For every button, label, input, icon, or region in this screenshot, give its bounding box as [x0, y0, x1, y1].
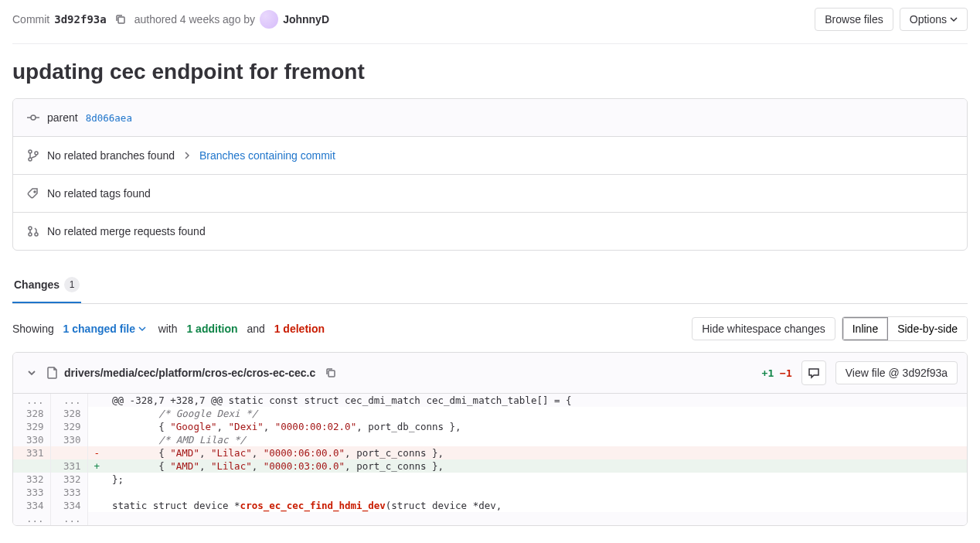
svg-point-7 — [34, 191, 36, 193]
comment-button[interactable] — [801, 360, 826, 385]
line-number-old[interactable]: 329 — [13, 420, 50, 433]
code-line[interactable]: static struct device *cros_ec_cec_find_h… — [106, 499, 966, 512]
hide-whitespace-button[interactable]: Hide whitespace changes — [692, 317, 835, 340]
tags-row: No related tags found — [13, 175, 967, 213]
line-number-new[interactable]: 334 — [50, 499, 87, 512]
diff-sign: + — [87, 459, 106, 473]
svg-point-4 — [29, 150, 32, 153]
comment-icon — [808, 367, 820, 379]
view-mode-toggle: Inline Side-by-side — [842, 316, 968, 341]
chevron-down-icon — [138, 325, 146, 333]
line-number-old[interactable] — [13, 459, 50, 473]
copy-icon — [114, 13, 127, 26]
code-line[interactable]: { "AMD", "Lilac", "0000:03:00.0", port_c… — [106, 459, 966, 473]
tag-icon — [27, 187, 39, 200]
line-number-old[interactable]: 333 — [13, 486, 50, 499]
svg-point-6 — [35, 152, 38, 155]
code-line[interactable]: }; — [106, 473, 966, 486]
code-line[interactable]: { "Google", "Dexi", "0000:00:02.0", port… — [106, 420, 966, 433]
line-number-new[interactable]: 330 — [50, 433, 87, 446]
chevron-down-icon — [950, 15, 958, 23]
chevron-right-icon — [182, 151, 192, 160]
and-label: and — [247, 323, 264, 335]
diff-stats: +1 −1 — [762, 367, 792, 379]
svg-rect-0 — [118, 17, 124, 23]
tab-changes[interactable]: Changes 1 — [12, 269, 81, 303]
parent-label: parent — [47, 111, 78, 124]
commit-metadata-box: parent 8d066aea No related branches foun… — [12, 98, 968, 251]
branches-text: No related branches found — [47, 149, 175, 162]
svg-point-5 — [29, 158, 32, 161]
additions-count: 1 addition — [186, 323, 237, 335]
diff-sign — [87, 499, 106, 512]
line-number-old[interactable]: 331 — [13, 446, 50, 459]
authored-text: authored 4 weeks ago by — [134, 13, 255, 26]
line-number-new[interactable]: 332 — [50, 473, 87, 486]
copy-icon — [325, 367, 337, 379]
svg-point-8 — [29, 227, 32, 230]
diff-controls: Showing 1 changed file with 1 addition a… — [12, 316, 968, 341]
tags-text: No related tags found — [47, 187, 151, 200]
line-number-new[interactable]: 331 — [50, 459, 87, 473]
commit-header: Commit 3d92f93a authored 4 weeks ago by … — [12, 0, 968, 44]
hunk-header: @@ -328,7 +328,7 @@ static const struct … — [106, 394, 966, 407]
commit-title: updating cec endpoint for fremont — [12, 60, 968, 84]
code-line[interactable]: { "AMD", "Lilac", "0000:06:00.0", port_c… — [106, 446, 966, 459]
options-dropdown[interactable]: Options — [900, 8, 968, 31]
changes-count-badge: 1 — [64, 277, 80, 292]
line-number-new[interactable]: ... — [50, 394, 87, 407]
inline-view-button[interactable]: Inline — [842, 317, 888, 340]
collapse-file-button[interactable] — [22, 364, 41, 382]
tabs: Changes 1 — [12, 269, 968, 304]
line-number-new[interactable] — [50, 446, 87, 459]
branch-icon — [27, 149, 39, 162]
diff-sign: - — [87, 446, 106, 459]
merge-requests-row: No related merge requests found — [13, 213, 967, 250]
file-path[interactable]: drivers/media/cec/platform/cros-ec/cros-… — [64, 367, 315, 379]
changed-file-link[interactable]: 1 changed file — [63, 323, 146, 335]
parent-row: parent 8d066aea — [13, 99, 967, 137]
diff-sign — [87, 486, 106, 499]
diff-table: ......@@ -328,7 +328,7 @@ static const s… — [13, 394, 967, 525]
author-name[interactable]: JohnnyD — [283, 13, 329, 26]
line-number-new[interactable]: 328 — [50, 407, 87, 420]
line-number-old[interactable]: 328 — [13, 407, 50, 420]
line-number-new[interactable]: ... — [50, 512, 87, 525]
line-number-old[interactable]: 332 — [13, 473, 50, 486]
mr-text: No related merge requests found — [47, 225, 206, 237]
line-number-new[interactable]: 329 — [50, 420, 87, 433]
author-avatar[interactable] — [260, 10, 278, 29]
svg-point-9 — [29, 233, 32, 236]
copy-hash-button[interactable] — [111, 10, 130, 29]
commit-hash: 3d92f93a — [54, 13, 106, 26]
with-label: with — [158, 323, 178, 335]
showing-label: Showing — [12, 323, 54, 335]
line-number-old[interactable]: ... — [13, 512, 50, 525]
diff-sign — [87, 407, 106, 420]
diff-body: ......@@ -328,7 +328,7 @@ static const s… — [13, 394, 967, 525]
diff-sign — [87, 420, 106, 433]
line-number-new[interactable]: 333 — [50, 486, 87, 499]
diff-sign — [87, 433, 106, 446]
code-line[interactable]: /* AMD Lilac */ — [106, 433, 966, 446]
code-line[interactable]: /* Google Dexi */ — [106, 407, 966, 420]
branches-containing-link[interactable]: Branches containing commit — [199, 149, 335, 162]
branches-row: No related branches found Branches conta… — [13, 137, 967, 175]
copy-path-button[interactable] — [322, 364, 340, 382]
diff-file-header: drivers/media/cec/platform/cros-ec/cros-… — [13, 353, 967, 394]
line-number-old[interactable]: 334 — [13, 499, 50, 512]
svg-rect-11 — [328, 371, 335, 377]
side-by-side-view-button[interactable]: Side-by-side — [888, 317, 967, 340]
code-line[interactable] — [106, 486, 966, 499]
svg-point-1 — [31, 115, 36, 120]
merge-request-icon — [27, 225, 39, 237]
svg-point-10 — [35, 233, 38, 236]
diff-sign — [87, 473, 106, 486]
file-icon — [47, 367, 58, 379]
browse-files-button[interactable]: Browse files — [815, 8, 893, 31]
line-number-old[interactable]: ... — [13, 394, 50, 407]
parent-hash-link[interactable]: 8d066aea — [86, 112, 132, 124]
line-number-old[interactable]: 330 — [13, 433, 50, 446]
chevron-down-icon — [27, 368, 36, 377]
view-file-button[interactable]: View file @ 3d92f93a — [835, 361, 958, 384]
